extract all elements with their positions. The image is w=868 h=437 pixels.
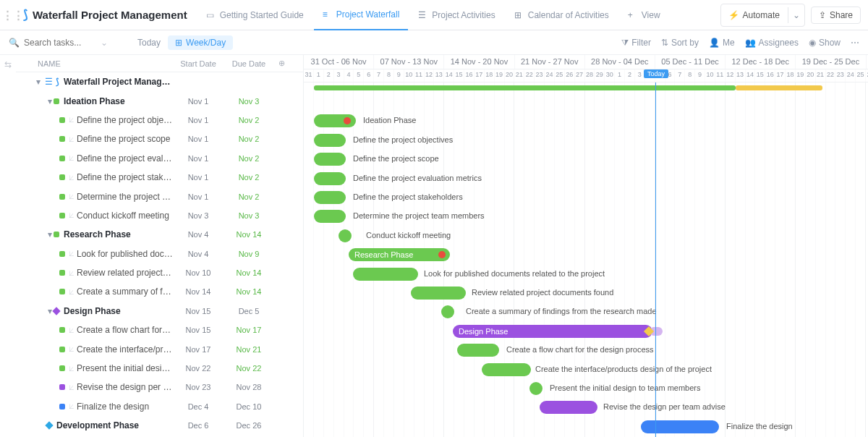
gantt-bar[interactable] xyxy=(314,172,346,185)
chevron-down-icon[interactable]: ⌄ xyxy=(101,38,108,48)
day-header: 1 xyxy=(314,69,324,82)
caret-icon[interactable]: ▾ xyxy=(46,96,54,106)
day-header: 3 xyxy=(334,69,344,82)
list-icon: ☰ xyxy=(418,10,428,20)
task-row[interactable]: ⟀Look for published documen...Nov 4Nov 9 xyxy=(16,245,303,263)
caret-icon[interactable]: ▾ xyxy=(35,77,42,87)
gantt-bar[interactable] xyxy=(314,191,346,204)
dependency-icon: ⟀ xyxy=(69,345,74,353)
dependency-icon: ⟀ xyxy=(69,383,74,391)
me-button[interactable]: 👤Me xyxy=(709,38,735,48)
task-title: Revise the design per team a... xyxy=(77,382,173,392)
task-row[interactable]: ⟀Create a flow chart for the d...Nov 15N… xyxy=(16,321,303,339)
task-row[interactable]: ⟀Create the interface/product...Nov 17No… xyxy=(16,339,303,358)
start-date: Nov 3 xyxy=(173,211,224,220)
dependency-icon: ⟀ xyxy=(69,288,74,296)
gantt-bar[interactable] xyxy=(353,268,418,281)
task-row[interactable]: ▾☰⟆Waterfall Project Management xyxy=(16,72,303,91)
tab-1[interactable]: ≡Project Waterfall xyxy=(314,0,409,30)
tab-2[interactable]: ☰Project Activities xyxy=(409,0,503,30)
task-row[interactable]: ▾Research PhaseNov 4Nov 14 xyxy=(16,225,303,244)
automate-button[interactable]: ⚡ Automate ⌄ xyxy=(720,4,805,27)
gantt-bar[interactable] xyxy=(314,134,346,147)
more-button[interactable]: ⋯ xyxy=(851,38,859,48)
task-row[interactable]: ⟀Define the project scopeNov 1Nov 2 xyxy=(16,130,303,148)
due-date: Nov 2 xyxy=(224,192,274,201)
due-date: Nov 17 xyxy=(224,326,274,334)
gantt-bar[interactable] xyxy=(540,401,597,414)
task-title: Finalize the design xyxy=(77,402,173,412)
sortby-button[interactable]: ⇅Sort by xyxy=(661,38,699,48)
search-icon: 🔍 xyxy=(9,38,20,48)
gantt-bar[interactable] xyxy=(441,305,454,318)
task-row[interactable]: ⟀Present the initial design to t...Nov 2… xyxy=(16,359,303,378)
task-row[interactable]: ⟀Revise the design per team a...Nov 23No… xyxy=(16,378,303,396)
dependency-icon: ⟀ xyxy=(69,269,74,277)
day-header: 7 xyxy=(374,69,384,82)
gantt-bar[interactable] xyxy=(457,344,499,357)
weekday-toggle[interactable]: ⊞ Week/Day xyxy=(168,35,233,50)
start-date: Nov 15 xyxy=(173,307,224,315)
task-row[interactable]: ⟀Define the project stakehold...Nov 1Nov… xyxy=(16,168,303,187)
caret-icon[interactable]: ▾ xyxy=(46,229,54,239)
summary-bar xyxy=(736,85,822,90)
chevron-down-icon[interactable]: ⌄ xyxy=(788,7,797,23)
bar-label: Create a flow chart for the design proce… xyxy=(506,345,654,354)
person-icon: 👤 xyxy=(709,38,720,48)
task-title: Look for published documen... xyxy=(77,249,173,259)
start-date: Nov 17 xyxy=(173,345,224,354)
task-row[interactable]: Development PhaseDec 6Dec 26 xyxy=(16,416,303,435)
sidebar-collapse[interactable]: ⇆ xyxy=(0,55,16,437)
today-button[interactable]: Today xyxy=(130,35,168,50)
add-column-button[interactable]: ⊕ xyxy=(274,59,289,68)
task-row[interactable]: ⟀Review related project docu...Nov 10Nov… xyxy=(16,263,303,282)
gantt-bar[interactable]: Design Phase xyxy=(453,325,652,338)
day-header: 18 xyxy=(485,69,495,82)
task-row[interactable]: ⟀Define the project evaluation...Nov 1No… xyxy=(16,149,303,168)
bolt-icon: ⚡ xyxy=(728,10,739,20)
tab-3[interactable]: ⊞Calendar of Activities xyxy=(506,0,618,30)
gantt-bar[interactable] xyxy=(641,420,719,433)
tab-4[interactable]: +View xyxy=(619,0,669,30)
day-header: 23 xyxy=(835,69,846,82)
task-row[interactable]: ▾Ideation PhaseNov 1Nov 3 xyxy=(16,91,303,110)
day-header: 17 xyxy=(775,69,786,82)
gantt-bar[interactable] xyxy=(482,363,531,376)
day-header: 2 xyxy=(625,69,635,82)
week-header: 14 Nov - 20 Nov xyxy=(444,55,514,69)
day-header: 14 xyxy=(746,69,756,82)
bar-label: Define the project stakeholders xyxy=(353,192,463,201)
task-title: Present the initial design to t... xyxy=(77,363,173,373)
task-row[interactable]: ⟀Conduct kickoff meetingNov 3Nov 3 xyxy=(16,206,303,225)
task-row[interactable]: ⟀Finalize the designDec 4Dec 10 xyxy=(16,397,303,416)
day-header: 15 xyxy=(755,69,765,82)
filter-button[interactable]: ⧩Filter xyxy=(621,38,651,48)
tab-0[interactable]: ▭Getting Started Guide xyxy=(197,0,312,30)
calendar-icon: ⊞ xyxy=(175,38,182,48)
due-date: Nov 3 xyxy=(224,211,274,220)
day-header: 20 xyxy=(505,69,515,82)
share-button[interactable]: ⇪ Share xyxy=(811,7,861,24)
status-square xyxy=(59,404,65,410)
task-row[interactable]: ⟀Determine the project team ...Nov 1Nov … xyxy=(16,187,303,205)
assignees-button[interactable]: 👥Assignees xyxy=(745,38,799,48)
bar-label: Conduct kickoff meeting xyxy=(366,231,451,239)
task-row[interactable]: ⟀Define the project objectivesNov 1Nov 2 xyxy=(16,111,303,130)
gantt-bar[interactable] xyxy=(411,287,466,300)
gantt-bar[interactable] xyxy=(529,382,542,395)
task-row[interactable]: ▾Design PhaseNov 15Dec 5 xyxy=(16,302,303,321)
week-header: 19 Dec - 25 Dec xyxy=(796,55,866,69)
bar-label: Look for published documents related to … xyxy=(424,269,605,278)
gantt-bar[interactable]: Research Phase xyxy=(349,248,450,261)
gantt-bar[interactable] xyxy=(314,153,346,166)
search-input[interactable]: 🔍 ⌄ xyxy=(9,38,117,48)
gantt-bar[interactable] xyxy=(339,229,352,242)
start-date: Nov 1 xyxy=(173,135,224,143)
due-date: Nov 14 xyxy=(224,230,274,239)
show-button[interactable]: ◉Show xyxy=(809,38,841,48)
eye-icon: ◉ xyxy=(809,38,816,48)
task-row[interactable]: ⟀Create a summary of finding...Nov 14Nov… xyxy=(16,282,303,301)
status-square xyxy=(59,174,65,180)
gantt-bar[interactable] xyxy=(314,210,346,223)
due-date: Nov 2 xyxy=(224,154,274,163)
